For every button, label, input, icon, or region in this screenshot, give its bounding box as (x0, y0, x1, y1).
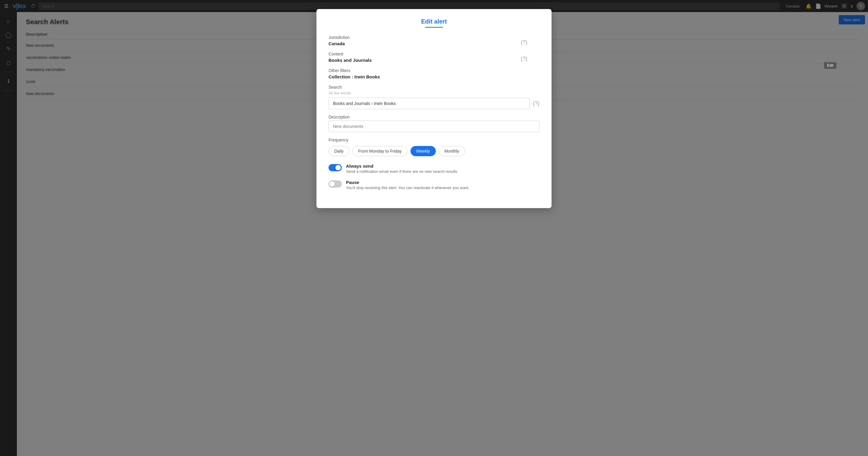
frequency-section: Frequency Daily From Monday to Friday We… (329, 138, 434, 156)
content-section: Content Books and Journals (?) (329, 52, 434, 63)
description-section: Description (329, 115, 434, 132)
frequency-label: Frequency (329, 138, 434, 142)
modal-title: Edit alert (329, 18, 434, 25)
search-section: Search All the words (?) (329, 85, 434, 109)
search-sublabel: All the words (329, 91, 434, 95)
always-send-row: Always send Send a notification email ev… (329, 164, 434, 174)
modal-overlay: Edit alert Jurisdiction Canada (?) Conte… (0, 0, 434, 228)
freq-weekly-button[interactable]: Weekly (410, 146, 434, 156)
always-send-title: Always send (346, 164, 434, 169)
jurisdiction-label: Jurisdiction (329, 35, 434, 40)
always-send-description: Send a notification email even if there … (346, 169, 434, 174)
content-value: Books and Journals (329, 58, 434, 63)
pause-description: You'll stop receiving this alert. You ca… (346, 186, 434, 190)
modal-title-underline (425, 27, 434, 28)
other-filters-label: Other filters (329, 68, 434, 73)
jurisdiction-value: Canada (329, 41, 434, 46)
pause-row: Pause You'll stop receiving this alert. … (329, 180, 434, 190)
pause-toggle[interactable] (329, 180, 342, 188)
pause-label: Pause You'll stop receiving this alert. … (346, 180, 434, 190)
other-filters-section: Other filters Collection : Irwin Books (329, 68, 434, 79)
description-label: Description (329, 115, 434, 119)
content-label: Content (329, 52, 434, 56)
search-input-field[interactable] (329, 98, 434, 109)
freq-mon-fri-button[interactable]: From Monday to Friday (352, 146, 407, 156)
always-send-toggle[interactable] (329, 164, 342, 171)
search-label: Search (329, 85, 434, 90)
frequency-buttons: Daily From Monday to Friday Weekly Month… (329, 146, 434, 156)
pause-title: Pause (346, 180, 434, 185)
description-input[interactable] (329, 121, 434, 132)
freq-daily-button[interactable]: Daily (329, 146, 349, 156)
edit-alert-modal: Edit alert Jurisdiction Canada (?) Conte… (316, 9, 434, 208)
jurisdiction-section: Jurisdiction Canada (?) (329, 35, 434, 46)
always-send-label: Always send Send a notification email ev… (346, 164, 434, 174)
other-filters-value: Collection : Irwin Books (329, 74, 434, 79)
